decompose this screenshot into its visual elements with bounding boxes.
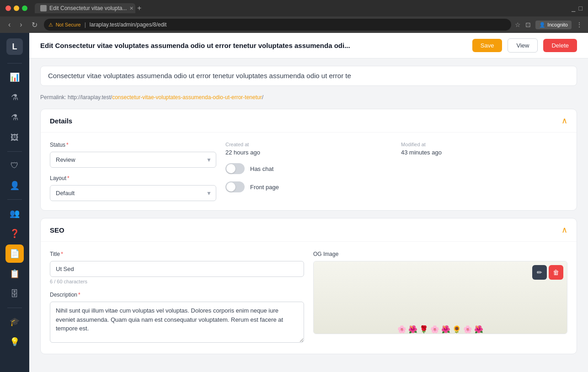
incognito-button[interactable]: 👤 Incognito (535, 21, 572, 29)
split-view-icon[interactable]: ⊡ (525, 21, 531, 28)
menu-icon[interactable]: ⋮ (576, 21, 583, 28)
save-button[interactable]: Save (472, 39, 502, 52)
minimize-window-button[interactable] (14, 5, 19, 11)
front-page-toggle[interactable] (225, 181, 245, 192)
og-image-edit-button[interactable]: ✏ (532, 265, 547, 280)
tab-close-button[interactable]: ✕ (129, 5, 134, 11)
flower-4: 🌸 (430, 325, 439, 334)
new-tab-button[interactable]: + (137, 4, 141, 12)
back-button[interactable]: ‹ (5, 20, 13, 30)
tab-favicon (40, 5, 47, 11)
front-page-knob (226, 182, 235, 191)
seo-title-input[interactable] (50, 261, 304, 277)
flower-6: 🌻 (452, 325, 461, 334)
og-image-actions: ✏ 🗑 (532, 265, 563, 280)
has-chat-row: Has chat (225, 163, 392, 174)
sidebar-item-help[interactable]: ❓ (5, 224, 24, 243)
page-title-input[interactable] (48, 72, 569, 80)
sidebar-item-analytics[interactable]: 📊 (5, 68, 24, 86)
og-image-label: OG Image (313, 251, 567, 257)
layout-select[interactable]: Default Full Width Sidebar (50, 185, 216, 201)
browser-chrome: Edit Consectetur vitae volupta... ✕ + ⎯ … (0, 0, 588, 16)
sidebar-divider-4 (7, 308, 22, 308)
page-title: Edit Consectetur vitae voluptates assume… (40, 42, 467, 49)
not-secure-label: Not Secure (56, 22, 81, 27)
sidebar-item-list[interactable]: 📋 (5, 265, 24, 283)
security-warning: ⚠ (48, 22, 53, 28)
seo-section-title: SEO (50, 226, 64, 234)
address-bar: ‹ › ↻ ⚠ Not Secure | laraplay.test/admin… (0, 16, 588, 33)
created-at-label: Created at (225, 142, 392, 147)
seo-grid: Title* 6 / 60 characters Description* Ni… (50, 251, 567, 345)
sidebar-item-images[interactable]: 🖼 (5, 128, 24, 147)
traffic-lights (5, 5, 27, 11)
address-field[interactable]: ⚠ Not Secure | laraplay.test/admin/pages… (44, 19, 512, 31)
details-section-body: Status* Review Draft Published ▼ (41, 133, 577, 210)
permalink-bar: Permalink: http://laraplay.test/consecte… (40, 93, 577, 101)
seo-section: SEO ∧ Title* 6 / 60 characters (40, 218, 577, 354)
sidebar-divider-3 (7, 199, 22, 200)
incognito-label: Incognito (547, 22, 568, 27)
title-input-wrapper (40, 66, 577, 86)
og-image-flowers: 🌸 🌺 🌹 🌸 🌺 🌻 🌸 🌺 (397, 325, 483, 334)
has-chat-toggle[interactable] (225, 163, 245, 174)
seo-section-body: Title* 6 / 60 characters Description* Ni… (41, 242, 577, 354)
og-image-field: OG Image 🌸 🌺 🌹 🌸 🌺 🌻 (313, 251, 567, 345)
layout-label: Layout* (50, 175, 216, 181)
seo-description-label: Description* (50, 292, 304, 298)
sidebar-item-shield[interactable]: 🛡 (5, 156, 24, 175)
seo-description-input[interactable]: Nihil sunt qui illum vitae cum voluptas … (50, 302, 304, 343)
og-image-bg: 🌸 🌺 🌹 🌸 🌺 🌻 🌸 🌺 (314, 261, 567, 334)
seo-collapse-button[interactable]: ∧ (561, 225, 567, 235)
delete-button[interactable]: Delete (543, 39, 577, 52)
has-chat-label: Has chat (250, 165, 273, 172)
sidebar-item-flask2[interactable]: ⚗ (5, 108, 24, 127)
maximize-window-button[interactable] (22, 5, 27, 11)
flower-8: 🌺 (474, 325, 483, 334)
minimize-icon[interactable]: ⎯ (572, 5, 575, 12)
restore-icon[interactable]: □ (579, 5, 583, 12)
toggle-group: Has chat Front page (225, 163, 392, 192)
flower-3: 🌹 (419, 325, 428, 334)
og-image-delete-button[interactable]: 🗑 (549, 265, 563, 280)
permalink-slug[interactable]: consectetur-vitae-voluptates-assumenda-o… (112, 94, 262, 101)
details-section: Details ∧ Status* (40, 109, 577, 211)
status-label: Status* (50, 142, 216, 148)
tab-bar: Edit Consectetur vitae volupta... ✕ + (35, 3, 568, 13)
details-section-header: Details ∧ (41, 109, 577, 133)
url-separator: | (85, 21, 86, 28)
status-select[interactable]: Review Draft Published (50, 152, 216, 168)
flower-7: 🌸 (463, 325, 472, 334)
flower-2: 🌺 (408, 325, 417, 334)
details-collapse-button[interactable]: ∧ (561, 116, 567, 126)
active-tab[interactable]: Edit Consectetur vitae volupta... ✕ (35, 3, 135, 13)
status-field: Status* Review Draft Published ▼ (50, 142, 216, 168)
bookmark-icon[interactable]: ☆ (515, 21, 521, 28)
scroll-area: Permalink: http://laraplay.test/consecte… (29, 58, 588, 372)
status-select-wrapper: Review Draft Published ▼ (50, 152, 216, 168)
browser-controls: ⎯ □ (572, 5, 583, 12)
url-display: laraplay.test/admin/pages/8/edit (90, 21, 167, 28)
tab-title: Edit Consectetur vitae volupta... (49, 5, 127, 11)
sidebar-item-groups[interactable]: 👥 (5, 204, 24, 223)
sidebar-item-bulb[interactable]: 💡 (5, 333, 24, 351)
address-actions: ☆ ⊡ 👤 Incognito ⋮ (515, 21, 583, 29)
sidebar-item-database[interactable]: 🗄 (5, 285, 24, 303)
sidebar-item-user[interactable]: 👤 (5, 176, 24, 195)
permalink-prefix: Permalink: http://laraplay.test/ (40, 94, 112, 101)
og-image-container: 🌸 🌺 🌹 🌸 🌺 🌻 🌸 🌺 (313, 261, 567, 334)
close-window-button[interactable] (5, 5, 11, 11)
forward-button[interactable]: › (17, 20, 25, 30)
sidebar-item-document[interactable]: 📄 (5, 244, 24, 263)
has-chat-knob (226, 164, 235, 173)
sidebar-item-flask1[interactable]: ⚗ (5, 88, 24, 106)
reload-button[interactable]: ↻ (29, 20, 40, 30)
sidebar-item-graduation[interactable]: 🎓 (5, 313, 24, 331)
created-at-field: Created at 22 hours ago (225, 142, 392, 156)
view-button[interactable]: View (508, 38, 538, 53)
front-page-row: Front page (225, 181, 392, 192)
layout-field: Layout* Default Full Width Sidebar ▼ (50, 175, 216, 201)
sidebar-divider-2 (7, 151, 22, 152)
layout-select-wrapper: Default Full Width Sidebar ▼ (50, 185, 216, 201)
sidebar-logo[interactable]: L (6, 38, 23, 55)
